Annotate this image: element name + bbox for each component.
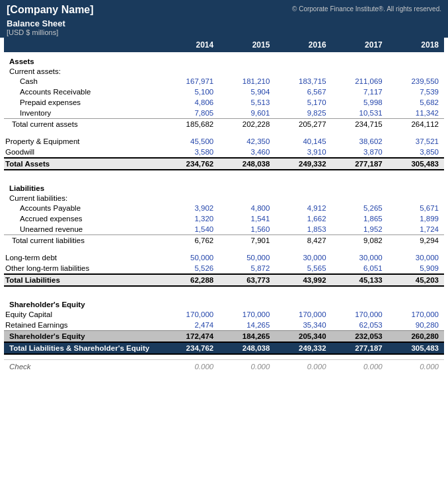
retained-label: Retained Earnings <box>4 320 163 331</box>
prepaid-label: Prepaid expenses <box>4 97 163 108</box>
tle-2018: 305,483 <box>388 342 444 354</box>
tcl-2017: 9,082 <box>332 235 388 246</box>
total-liab-equity-row: Total Liabilities & Shareholder's Equity… <box>4 342 444 354</box>
ap-row: Accounts Payable 3,902 4,800 4,912 5,265… <box>4 203 444 213</box>
check-2017: 0.000 <box>332 359 388 372</box>
sheet-title: Balance Sheet <box>7 18 441 28</box>
ar-2016: 6,567 <box>275 87 331 97</box>
te-2018: 260,280 <box>388 331 444 343</box>
tca-2018: 264,112 <box>388 119 444 130</box>
tle-2014: 234,762 <box>163 342 219 354</box>
tcl-2018: 9,294 <box>388 235 444 246</box>
col-label <box>4 38 163 52</box>
spacer-3 <box>4 246 444 252</box>
cash-2018: 239,550 <box>388 76 444 87</box>
prepaid-2015: 5,513 <box>219 97 275 108</box>
col-2017: 2017 <box>332 38 388 52</box>
te-2017: 232,053 <box>332 331 388 343</box>
cash-2014: 167,971 <box>163 76 219 87</box>
tl-2015: 63,773 <box>219 274 275 286</box>
tca-2016: 205,277 <box>275 119 331 130</box>
other-lt-2015: 5,872 <box>219 263 275 274</box>
tcl-2014: 6,762 <box>163 235 219 246</box>
re-2017: 62,053 <box>332 320 388 331</box>
ec-2014: 170,000 <box>163 309 219 320</box>
cash-2016: 183,715 <box>275 76 331 87</box>
accrued-row: Accrued expenses 1,320 1,541 1,662 1,865… <box>4 213 444 224</box>
re-2018: 90,280 <box>388 320 444 331</box>
inventory-2016: 9,825 <box>275 108 331 119</box>
spacer-1 <box>4 129 444 136</box>
unearned-2016: 1,853 <box>275 224 331 235</box>
tl-2017: 45,133 <box>332 274 388 286</box>
ltd-2018: 30,000 <box>388 252 444 263</box>
re-2014: 2,474 <box>163 320 219 331</box>
retained-row: Retained Earnings 2,474 14,265 35,340 62… <box>4 320 444 331</box>
tcl-label: Total current liabilities <box>4 235 163 246</box>
assets-header: Assets <box>4 52 444 66</box>
te-2016: 205,340 <box>275 331 331 343</box>
ta-2017: 277,187 <box>332 158 388 170</box>
inventory-2015: 9,601 <box>219 108 275 119</box>
goodwill-row: Goodwill 3,580 3,460 3,910 3,870 3,850 <box>4 147 444 158</box>
prepaid-2017: 5,998 <box>332 97 388 108</box>
ap-2016: 4,912 <box>275 203 331 213</box>
ec-2018: 170,000 <box>388 309 444 320</box>
prepaid-2016: 5,170 <box>275 97 331 108</box>
other-lt-2016: 5,565 <box>275 263 331 274</box>
ltd-2016: 30,000 <box>275 252 331 263</box>
ppe-2017: 38,602 <box>332 136 388 147</box>
ap-2014: 3,902 <box>163 203 219 213</box>
re-2016: 35,340 <box>275 320 331 331</box>
subheader: Balance Sheet [USD $ millions] <box>0 18 448 38</box>
ap-2018: 5,671 <box>388 203 444 213</box>
ltd-2014: 50,000 <box>163 252 219 263</box>
accrued-2018: 1,899 <box>388 213 444 224</box>
tl-2014: 62,288 <box>163 274 219 286</box>
unearned-label: Unearned revenue <box>4 224 163 235</box>
accrued-label: Accrued expenses <box>4 213 163 224</box>
goodwill-2016: 3,910 <box>275 147 331 158</box>
check-row: Check 0.000 0.000 0.000 0.000 0.000 <box>4 359 444 372</box>
total-liabilities-row: Total Liabilities 62,288 63,773 43,992 4… <box>4 274 444 286</box>
ec-2015: 170,000 <box>219 309 275 320</box>
ltd-row: Long-term debt 50,000 50,000 30,000 30,0… <box>4 252 444 263</box>
header: [Company Name] © Corporate Finance Insti… <box>0 0 448 18</box>
equity-header: Shareholder's Equity <box>4 295 444 309</box>
ltd-label: Long-term debt <box>4 252 163 263</box>
total-assets-row: Total Assets 234,762 248,038 249,332 277… <box>4 158 444 170</box>
check-2018: 0.000 <box>388 359 444 372</box>
ar-2018: 7,539 <box>388 87 444 97</box>
ta-2018: 305,483 <box>388 158 444 170</box>
ap-2015: 4,800 <box>219 203 275 213</box>
total-assets-label: Total Assets <box>4 158 163 170</box>
accrued-2017: 1,865 <box>332 213 388 224</box>
total-liabilities-label: Total Liabilities <box>4 274 163 286</box>
spacer-2 <box>4 170 444 179</box>
re-2015: 14,265 <box>219 320 275 331</box>
col-2014: 2014 <box>163 38 219 52</box>
cash-label: Cash <box>4 76 163 87</box>
tl-2016: 43,992 <box>275 274 331 286</box>
tle-2015: 248,038 <box>219 342 275 354</box>
accrued-2016: 1,662 <box>275 213 331 224</box>
check-label: Check <box>4 359 163 372</box>
ta-2014: 234,762 <box>163 158 219 170</box>
spacer-5 <box>4 354 444 359</box>
accrued-2015: 1,541 <box>219 213 275 224</box>
column-header-row: 2014 2015 2016 2017 2018 <box>4 38 444 52</box>
unearned-2014: 1,540 <box>163 224 219 235</box>
equity-capital-row: Equity Capital 170,000 170,000 170,000 1… <box>4 309 444 320</box>
unearned-2018: 1,724 <box>388 224 444 235</box>
ar-2014: 5,100 <box>163 87 219 97</box>
inventory-2018: 11,342 <box>388 108 444 119</box>
spacer-4 <box>4 286 444 295</box>
tle-2017: 277,187 <box>332 342 388 354</box>
inventory-row: Inventory 7,805 9,601 9,825 10,531 11,34… <box>4 108 444 119</box>
ap-label: Accounts Payable <box>4 203 163 213</box>
goodwill-2014: 3,580 <box>163 147 219 158</box>
goodwill-2015: 3,460 <box>219 147 275 158</box>
other-lt-label: Other long-term liabilities <box>4 263 163 274</box>
ltd-2015: 50,000 <box>219 252 275 263</box>
other-lt-2017: 6,051 <box>332 263 388 274</box>
